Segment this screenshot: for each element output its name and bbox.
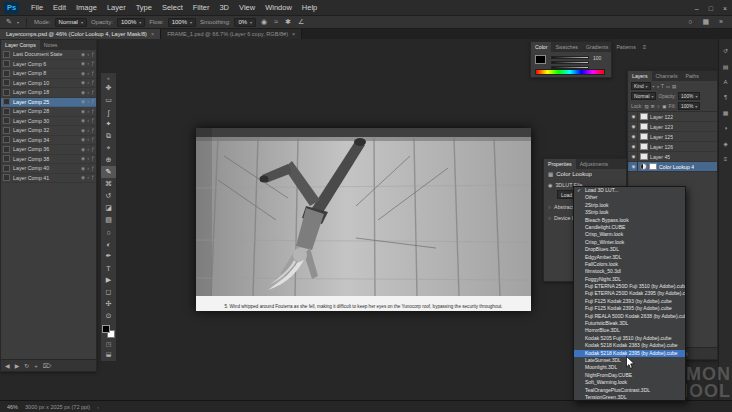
tab-close-icon[interactable]: × [151,31,154,37]
layer-comp-row[interactable]: Layer Comp 10◉⌖ƒ [1,79,96,89]
apply-comp-icon[interactable] [3,165,10,172]
dock-character-icon[interactable]: A [723,79,727,85]
apply-comp-icon[interactable] [3,98,10,105]
workspace-switcher-icon[interactable]: ▦ [701,18,710,26]
smoothing-select[interactable]: 0% ▾ [234,18,256,27]
hue-spectrum-bar[interactable] [535,69,605,75]
dock-adjustments-icon[interactable]: ◑ [724,125,728,131]
layer-comp-row[interactable]: Layer Comp 32◉⌖ƒ [1,126,96,136]
shape-tool[interactable]: ◻ [101,286,116,298]
toolbar-collapse-icon[interactable]: » [107,74,110,82]
lut-menu-item[interactable]: Other [574,194,685,201]
pressure-opacity-icon[interactable]: ◉ [260,18,268,26]
tool-preset-chevron-icon[interactable]: ▾ [17,20,19,25]
screen-mode-icon[interactable]: ⬓ [101,348,116,358]
close-button[interactable]: × [723,5,727,12]
lut-menu-item[interactable]: Fuji REALA 500D Kodak 2638 (by Adobe).cu… [574,313,685,320]
lut-menu-item[interactable]: ✓Load 3D LUT... [574,187,685,194]
lock-all-icon[interactable]: ▣ [662,104,666,109]
lasso-tool[interactable]: ʃ [101,106,116,118]
healing-brush-tool[interactable]: ⊕ [101,154,116,166]
panel-menu-icon[interactable]: ≡ [640,42,650,52]
gradient-tool[interactable]: ▨ [101,214,116,226]
layer-comp-row[interactable]: Layer Comp 38◉⌖ƒ [1,155,96,165]
move-tool[interactable]: ✥ [101,82,116,94]
lut-menu-item[interactable]: EdgyAmber.3DL [574,254,685,261]
tab-close-icon[interactable]: × [292,31,295,37]
apply-comp-icon[interactable] [3,79,10,86]
kind-filter-select[interactable]: Kind ▾ [631,82,651,90]
foreground-color-swatch[interactable] [102,325,110,333]
lut-menu-item[interactable]: 3Strip.look [574,209,685,216]
tab-properties[interactable]: Properties [544,159,576,169]
apply-comp-icon[interactable] [3,51,10,58]
apply-comp-icon[interactable] [3,60,10,67]
apply-comp-icon[interactable] [3,70,10,77]
layer-comp-row[interactable]: Layer Comp 40◉⌖ƒ [1,164,96,174]
radio-icon[interactable]: ○ [548,215,551,221]
menu-window[interactable]: Window [260,3,297,12]
tab-patterns[interactable]: Patterns [612,42,639,52]
eyedropper-tool[interactable]: ⌖ [101,142,116,154]
lut-menu-item[interactable]: DropBlues.3DL [574,246,685,253]
brush-tool[interactable]: ✎ [101,166,116,178]
eye-icon[interactable]: ◉ [630,142,638,151]
eye-icon[interactable]: ◉ [630,122,638,131]
eye-icon[interactable]: ◉ [630,112,638,121]
lock-transparency-icon[interactable]: ▨ [644,104,648,109]
layer-comp-row[interactable]: Layer Comp 8◉⌖ƒ [1,69,96,79]
eye-icon[interactable]: ◉ [630,152,638,161]
crop-tool[interactable]: ⧉ [101,130,116,142]
tab-gradients[interactable]: Gradients [582,42,613,52]
pen-tool[interactable]: ✒ [101,250,116,262]
color-slider-1[interactable] [551,56,589,59]
lut-menu-item[interactable]: Fuji F125 Kodak 2393 (by Adobe).cube [574,298,685,305]
lut-menu-item[interactable]: TealOrangePlusContrast.3DL [574,387,685,394]
dock-info-icon[interactable]: ◈ [723,140,728,147]
lut-menu-item[interactable]: filmstock_50.3dl [574,268,685,275]
layer-row[interactable]: ◉Layer 122 [628,112,717,122]
document-tab[interactable]: Layercomps.psd @ 46% (Color Lookup 4, La… [0,29,161,39]
lut-menu-item[interactable]: TensionGreen.3DL [574,394,685,401]
dock-actions-icon[interactable]: ≡ [724,156,728,162]
lut-menu-item[interactable]: Crisp_Winter.look [574,239,685,246]
path-select-tool[interactable]: ▶ [101,274,116,286]
eraser-tool[interactable]: ◪ [101,202,116,214]
lut-menu-item[interactable]: Crisp_Warm.look [574,231,685,238]
lut-menu-item[interactable]: Candlelight.CUBE [574,224,685,231]
lut-menu-item[interactable]: Kodak 5205 Fuji 3510 (by Adobe).cube [574,335,685,342]
layer-comp-row[interactable]: Layer Comp 28◉⌖ƒ [1,107,96,117]
apply-comp-icon[interactable] [3,155,10,162]
blend-mode-select[interactable]: Normal ▾ [631,92,656,100]
layer-row[interactable]: ◉Layer 125 [628,132,717,142]
menu-type[interactable]: Type [131,3,157,12]
tab-adjustments[interactable]: Adjustments [576,159,613,169]
color-slider-2[interactable] [551,61,589,64]
menu-filter[interactable]: Filter [188,3,215,12]
layer-comp-row[interactable]: Layer Comp 18◉⌖ƒ [1,88,96,98]
apply-comp-icon[interactable] [3,117,10,124]
apply-comp-icon[interactable] [3,174,10,181]
zoom-level[interactable]: 46% [7,404,18,410]
layer-row[interactable]: ◉Layer 45 [628,152,717,162]
dock-history-icon[interactable]: ↺ [723,47,728,54]
layer-comp-row[interactable]: Layer Comp 30◉⌖ƒ [1,117,96,127]
filter-smart-object-icon[interactable]: ▤ [672,84,676,89]
tab-notes[interactable]: Notes [40,40,62,50]
tab-swatches[interactable]: Swatches [551,42,582,52]
menu-edit[interactable]: Edit [48,3,71,12]
tab-color[interactable]: Color [531,42,551,52]
lut-menu-item[interactable]: 2Strip.look [574,202,685,209]
filter-adjustment-icon[interactable]: ◑ [656,84,659,89]
brush-settings-icon[interactable]: ✱ [284,18,292,26]
status-expand-icon[interactable]: › [97,404,99,410]
blur-tool[interactable]: ○ [101,226,116,238]
dock-libraries-icon[interactable]: ▦ [723,109,729,116]
quick-mask-icon[interactable]: ◳ [101,338,116,348]
zoom-tool[interactable]: ⊙ [101,310,116,322]
radio-icon[interactable]: ◉ [548,182,552,188]
lock-position-icon[interactable]: ⊹ [657,104,661,109]
brush-angle-icon[interactable]: ∠ [297,18,305,26]
update-comp-button[interactable]: ↻ [24,362,29,369]
filter-shape-icon[interactable]: ▭ [666,84,670,89]
